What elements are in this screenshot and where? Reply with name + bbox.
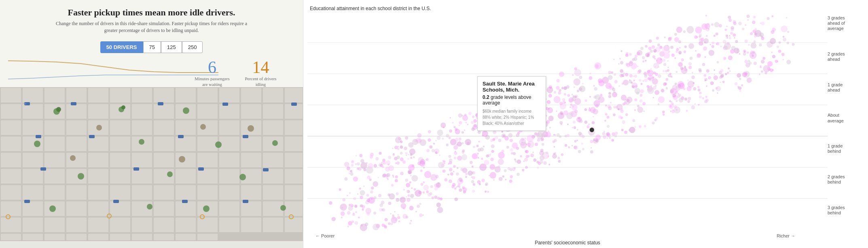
svg-point-492 — [408, 154, 409, 155]
svg-rect-111 — [241, 201, 261, 216]
svg-point-578 — [554, 146, 555, 148]
svg-point-354 — [446, 143, 449, 146]
svg-point-1307 — [516, 147, 519, 150]
svg-rect-19 — [66, 104, 87, 119]
svg-point-1063 — [702, 43, 703, 45]
svg-point-795 — [613, 113, 616, 116]
svg-point-842 — [536, 119, 538, 121]
svg-point-775 — [645, 45, 647, 48]
svg-point-790 — [523, 126, 526, 128]
svg-point-1091 — [382, 224, 385, 227]
svg-point-928 — [502, 175, 504, 178]
driver-btn-75[interactable]: 75 — [143, 41, 161, 53]
svg-point-665 — [612, 92, 617, 97]
svg-point-679 — [714, 22, 719, 27]
svg-point-229 — [459, 188, 462, 192]
svg-point-749 — [548, 115, 553, 121]
svg-point-382 — [625, 113, 628, 116]
svg-point-528 — [634, 75, 637, 77]
svg-rect-112 — [263, 201, 283, 216]
svg-point-785 — [663, 113, 665, 116]
svg-point-1231 — [446, 134, 449, 137]
svg-point-860 — [665, 83, 667, 86]
svg-point-586 — [500, 113, 501, 114]
svg-point-911 — [362, 209, 364, 211]
svg-point-603 — [565, 144, 567, 147]
svg-point-1286 — [733, 21, 737, 25]
svg-point-351 — [657, 43, 660, 46]
svg-point-1015 — [610, 102, 611, 103]
svg-point-729 — [658, 75, 661, 78]
svg-rect-93 — [154, 185, 174, 200]
driver-btn-250[interactable]: 250 — [182, 41, 203, 53]
svg-point-348 — [687, 100, 690, 103]
svg-point-1148 — [567, 134, 569, 137]
svg-point-939 — [460, 168, 464, 171]
svg-point-621 — [635, 55, 637, 58]
svg-point-495 — [554, 96, 561, 103]
svg-point-314 — [705, 15, 707, 17]
svg-point-1033 — [626, 63, 629, 66]
svg-point-1032 — [664, 36, 666, 38]
svg-point-1051 — [387, 179, 389, 180]
svg-rect-46 — [44, 137, 65, 151]
svg-rect-27 — [241, 104, 261, 119]
svg-point-751 — [705, 96, 707, 98]
svg-point-343 — [590, 140, 593, 143]
svg-point-264 — [481, 179, 485, 182]
svg-point-803 — [432, 197, 434, 199]
svg-point-1191 — [682, 83, 683, 84]
svg-point-1216 — [354, 205, 357, 208]
svg-point-1202 — [537, 138, 540, 141]
driver-btn-125[interactable]: 125 — [161, 41, 182, 53]
svg-point-1107 — [688, 97, 691, 100]
svg-rect-65 — [154, 153, 174, 167]
svg-point-274 — [413, 156, 415, 158]
svg-point-1188 — [631, 63, 637, 69]
svg-point-570 — [409, 222, 411, 224]
svg-point-452 — [656, 37, 659, 40]
svg-point-956 — [605, 83, 612, 89]
svg-point-157 — [70, 155, 76, 161]
svg-point-1093 — [567, 124, 569, 125]
svg-point-1253 — [359, 188, 361, 190]
svg-point-547 — [485, 190, 487, 192]
svg-point-711 — [722, 81, 725, 83]
svg-point-1236 — [384, 226, 387, 229]
svg-rect-6 — [88, 88, 108, 103]
svg-rect-100 — [1, 201, 21, 216]
svg-point-1097 — [618, 63, 620, 65]
svg-point-411 — [686, 110, 688, 111]
svg-rect-170 — [133, 167, 139, 171]
svg-rect-116 — [44, 218, 65, 232]
driver-btn-50[interactable]: 50 DRIVERS — [100, 41, 143, 53]
right-panel: Educational attainment in each school di… — [303, 0, 868, 248]
svg-point-588 — [491, 113, 493, 116]
svg-point-714 — [406, 190, 410, 193]
svg-point-1214 — [638, 69, 641, 73]
svg-point-1198 — [654, 119, 656, 121]
svg-point-1244 — [477, 153, 479, 155]
svg-point-320 — [512, 120, 515, 124]
svg-point-490 — [547, 100, 551, 104]
svg-rect-4 — [44, 88, 65, 103]
svg-point-900 — [412, 165, 414, 167]
svg-point-1044 — [492, 106, 495, 109]
svg-point-575 — [698, 89, 701, 92]
svg-point-328 — [466, 122, 467, 124]
svg-point-1227 — [500, 119, 502, 122]
y-label-2-behind: 2 gradesbehind — [828, 174, 864, 185]
svg-point-1238 — [745, 72, 748, 75]
svg-point-1028 — [654, 90, 659, 95]
svg-rect-105 — [110, 201, 130, 216]
svg-point-1249 — [438, 162, 444, 168]
svg-rect-52 — [176, 137, 196, 151]
svg-point-732 — [608, 71, 611, 74]
svg-point-1324 — [428, 193, 431, 197]
svg-rect-40 — [219, 120, 239, 135]
svg-point-690 — [423, 167, 425, 169]
svg-point-1160 — [747, 77, 752, 83]
svg-point-429 — [522, 113, 524, 116]
svg-point-1016 — [540, 149, 544, 152]
svg-point-1319 — [459, 125, 460, 126]
